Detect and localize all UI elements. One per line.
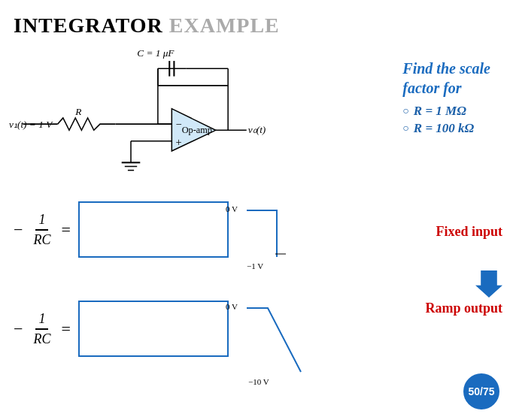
minus-sign-1: − bbox=[14, 220, 23, 240]
svg-text:−: − bbox=[175, 118, 181, 130]
fraction-numerator-1: 1 bbox=[35, 212, 48, 231]
answer-box-1[interactable] bbox=[78, 201, 229, 258]
page-title: INTEGRATOR EXAMPLE bbox=[14, 14, 280, 38]
graph-fixed: 0 V −1 V bbox=[226, 203, 323, 270]
find-scale-text: Find the scale factor for bbox=[402, 59, 490, 98]
equation-box-1: − 1 RC = bbox=[14, 201, 229, 258]
equation-box-2: − 1 RC = bbox=[14, 301, 229, 357]
page: INTEGRATOR EXAMPLE C = 1 μF R v₁(t) = 1 … bbox=[0, 0, 513, 420]
title-bold: INTEGRATOR bbox=[14, 14, 163, 37]
fraction-1: 1 RC bbox=[30, 212, 53, 248]
item-r1: ○ R = 1 MΩ bbox=[402, 104, 490, 119]
score-text: 50/75 bbox=[468, 385, 494, 397]
fraction-numerator-2: 1 bbox=[35, 311, 48, 330]
fraction-2: 1 RC bbox=[30, 311, 53, 347]
right-panel: Find the scale factor for ○ R = 1 MΩ ○ R… bbox=[402, 59, 490, 138]
fixed-input-label: Fixed input bbox=[436, 224, 502, 240]
svg-text:+: + bbox=[175, 136, 181, 148]
minus-sign-2: − bbox=[14, 319, 23, 339]
title-light: EXAMPLE bbox=[163, 14, 280, 37]
output-label: v₀(t) bbox=[248, 124, 266, 135]
graph-ramp-0v-label: 0 V bbox=[226, 302, 238, 311]
equals-sign-1: = bbox=[61, 220, 70, 240]
capacitor-label: C = 1 μF bbox=[137, 47, 175, 59]
fraction-denominator-1: RC bbox=[30, 231, 53, 248]
circuit-diagram: C = 1 μF R v₁(t) = 1 V Op-amp − + bbox=[8, 38, 316, 203]
score-badge: 50/75 bbox=[463, 373, 499, 409]
graph-fixed-0v-label: 0 V bbox=[226, 204, 238, 213]
graph-ramp-m10v-label: −10 V bbox=[248, 377, 269, 386]
fraction-denominator-2: RC bbox=[30, 330, 53, 347]
ramp-output-label: Ramp output bbox=[425, 301, 502, 316]
equals-sign-2: = bbox=[61, 319, 70, 339]
opamp-label: Op-amp bbox=[182, 125, 212, 135]
voltage-label: v₁(t) = 1 V bbox=[9, 119, 53, 130]
answer-box-2[interactable] bbox=[78, 301, 229, 357]
graph-fixed-m1v-label: −1 V bbox=[247, 261, 263, 270]
resistor-label: R bbox=[74, 106, 81, 117]
item-r2: ○ R = 100 kΩ bbox=[402, 121, 490, 136]
graph-ramp: 0 V −10 V bbox=[226, 301, 323, 383]
